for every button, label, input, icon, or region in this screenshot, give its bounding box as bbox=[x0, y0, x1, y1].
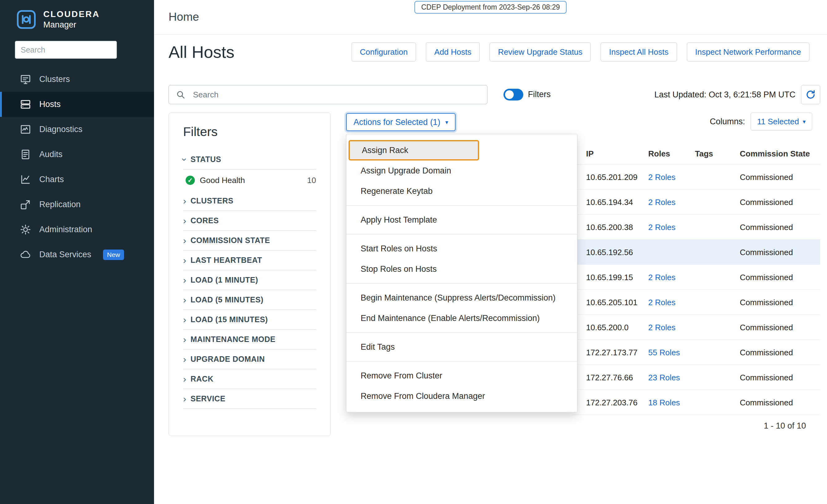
sidebar-item-charts[interactable]: Charts bbox=[0, 167, 154, 192]
hosts-icon bbox=[20, 99, 31, 110]
host-commission-state: Commissioned bbox=[740, 373, 793, 383]
sidebar-search-input[interactable] bbox=[15, 41, 117, 59]
host-roles-link[interactable]: 23 Roles bbox=[648, 373, 680, 383]
filters-toggle[interactable] bbox=[503, 89, 523, 100]
table-row-selected[interactable]: 10.65.192.56 Commissioned bbox=[572, 240, 820, 265]
host-ip: 172.27.203.76 bbox=[586, 398, 637, 408]
host-roles-link[interactable]: 55 Roles bbox=[648, 348, 680, 357]
host-commission-state: Commissioned bbox=[740, 248, 793, 257]
top-bar: Home CDEP Deployment from 2023-Sep-26 08… bbox=[154, 0, 827, 35]
table-row[interactable]: 10.65.201.209 2 Roles Commissioned bbox=[572, 164, 820, 190]
column-header-ip[interactable]: IP bbox=[586, 149, 594, 159]
page-title: All Hosts bbox=[168, 42, 234, 61]
host-commission-state: Commissioned bbox=[740, 298, 793, 307]
menu-item-apply-host-template[interactable]: Apply Host Template bbox=[346, 210, 577, 230]
column-header-tags[interactable]: Tags bbox=[695, 149, 713, 159]
sidebar-item-replication[interactable]: Replication bbox=[0, 192, 154, 217]
sidebar-item-hosts[interactable]: Hosts bbox=[0, 92, 154, 117]
filter-section-label: LAST HEARTBEAT bbox=[191, 256, 262, 265]
inspect-all-hosts-button[interactable]: Inspect All Hosts bbox=[600, 42, 677, 61]
sidebar-item-clusters[interactable]: Clusters bbox=[0, 67, 154, 92]
host-roles-link[interactable]: 2 Roles bbox=[648, 198, 675, 207]
host-ip: 172.27.76.66 bbox=[586, 373, 633, 383]
host-ip: 10.65.200.0 bbox=[586, 323, 628, 333]
host-ip: 10.65.192.56 bbox=[586, 248, 633, 257]
add-hosts-button[interactable]: Add Hosts bbox=[426, 42, 480, 61]
filter-section-label: MAINTENANCE MODE bbox=[191, 335, 276, 344]
filter-section-upgrade-domain[interactable]: › UPGRADE DOMAIN bbox=[183, 349, 316, 369]
refresh-button[interactable] bbox=[801, 85, 820, 104]
filter-section-rack[interactable]: › RACK bbox=[183, 369, 316, 389]
menu-item-end-maintenance[interactable]: End Maintenance (Enable Alerts/Recommiss… bbox=[346, 308, 577, 329]
host-ip: 10.65.205.101 bbox=[586, 298, 637, 307]
breadcrumb[interactable]: Home bbox=[168, 10, 199, 23]
sidebar-item-data-services[interactable]: Data Services New bbox=[0, 242, 154, 267]
filters-toggle-label[interactable]: Filters bbox=[528, 90, 551, 99]
menu-item-stop-roles-on-hosts[interactable]: Stop Roles on Hosts bbox=[346, 259, 577, 279]
filter-item-good-health[interactable]: ✓ Good Health 10 bbox=[183, 169, 316, 191]
filter-section-label: LOAD (15 MINUTES) bbox=[191, 315, 268, 324]
sidebar-item-label: Clusters bbox=[39, 74, 70, 84]
columns-selected-label: 11 Selected bbox=[757, 117, 799, 127]
menu-group: Apply Host Template bbox=[346, 205, 577, 234]
filter-section-cores[interactable]: › CORES bbox=[183, 211, 316, 231]
filter-section-last-heartbeat[interactable]: › LAST HEARTBEAT bbox=[183, 250, 316, 270]
column-header-commission-state[interactable]: Commission State bbox=[740, 149, 810, 159]
menu-item-remove-from-cluster[interactable]: Remove From Cluster bbox=[346, 365, 577, 386]
table-row[interactable]: 10.65.199.15 2 Roles Commissioned bbox=[572, 265, 820, 290]
filter-section-label: CLUSTERS bbox=[191, 196, 234, 205]
sidebar-item-administration[interactable]: Administration bbox=[0, 217, 154, 242]
brand: CLOUDERA Manager bbox=[0, 0, 154, 30]
columns-selected-button[interactable]: 11 Selected ▾ bbox=[750, 112, 812, 131]
review-upgrade-status-button[interactable]: Review Upgrade Status bbox=[490, 42, 591, 61]
menu-item-edit-tags[interactable]: Edit Tags bbox=[346, 337, 577, 357]
host-ip: 10.65.201.209 bbox=[586, 172, 637, 182]
host-roles-link[interactable]: 2 Roles bbox=[648, 273, 675, 282]
configuration-button[interactable]: Configuration bbox=[352, 42, 416, 61]
filter-section-load-5-minutes[interactable]: › LOAD (5 MINUTES) bbox=[183, 290, 316, 310]
sidebar-item-label: Charts bbox=[39, 175, 64, 184]
table-row[interactable]: 10.65.200.38 2 Roles Commissioned bbox=[572, 215, 820, 240]
filter-section-maintenance-mode[interactable]: › MAINTENANCE MODE bbox=[183, 330, 316, 349]
filter-item-label: Good Health bbox=[200, 175, 245, 185]
column-header-roles[interactable]: Roles bbox=[648, 149, 670, 159]
chevron-down-icon: › bbox=[180, 158, 189, 161]
menu-group: Start Roles on Hosts Stop Roles on Hosts bbox=[346, 234, 577, 283]
sidebar-item-label: Administration bbox=[39, 225, 92, 234]
menu-item-regenerate-keytab[interactable]: Regenerate Keytab bbox=[346, 181, 577, 201]
filter-section-load-15-minutes[interactable]: › LOAD (15 MINUTES) bbox=[183, 310, 316, 330]
host-roles-link[interactable]: 2 Roles bbox=[648, 172, 675, 182]
chevron-right-icon: › bbox=[183, 256, 186, 265]
table-row[interactable]: 10.65.205.101 2 Roles Commissioned bbox=[572, 290, 820, 315]
table-row[interactable]: 10.65.200.0 2 Roles Commissioned bbox=[572, 315, 820, 340]
host-ip: 10.65.199.15 bbox=[586, 273, 633, 282]
actions-for-selected-button[interactable]: Actions for Selected (1) ▾ bbox=[346, 113, 455, 131]
table-row[interactable]: 172.27.76.66 23 Roles Commissioned bbox=[572, 365, 820, 390]
host-roles-link[interactable]: 2 Roles bbox=[648, 298, 675, 307]
filter-section-commission-state[interactable]: › COMMISSION STATE bbox=[183, 231, 316, 250]
table-row[interactable]: 10.65.194.34 2 Roles Commissioned bbox=[572, 190, 820, 215]
menu-item-begin-maintenance[interactable]: Begin Maintenance (Suppress Alerts/Decom… bbox=[346, 288, 577, 308]
table-row[interactable]: 172.27.173.77 55 Roles Commissioned bbox=[572, 340, 820, 365]
host-search-input[interactable] bbox=[168, 85, 487, 104]
filter-section-service[interactable]: › SERVICE bbox=[183, 389, 316, 409]
sidebar-item-audits[interactable]: Audits bbox=[0, 142, 154, 167]
menu-item-remove-from-cloudera-manager[interactable]: Remove From Cloudera Manager bbox=[346, 386, 577, 406]
filter-section-status[interactable]: › STATUS bbox=[183, 150, 316, 169]
filter-section-label: LOAD (1 MINUTE) bbox=[191, 275, 258, 285]
menu-item-assign-upgrade-domain[interactable]: Assign Upgrade Domain bbox=[346, 160, 577, 181]
host-roles-link[interactable]: 18 Roles bbox=[648, 398, 680, 408]
data-services-icon bbox=[20, 249, 31, 260]
host-roles-link[interactable]: 2 Roles bbox=[648, 323, 675, 333]
filter-section-label: STATUS bbox=[191, 155, 221, 164]
sidebar-nav: Clusters Hosts Diagnostics Audits C bbox=[0, 67, 154, 267]
menu-item-start-roles-on-hosts[interactable]: Start Roles on Hosts bbox=[346, 238, 577, 259]
sidebar-item-diagnostics[interactable]: Diagnostics bbox=[0, 117, 154, 142]
host-roles-link[interactable]: 2 Roles bbox=[648, 222, 675, 232]
sidebar-item-label: Diagnostics bbox=[39, 124, 83, 134]
menu-item-assign-rack[interactable]: Assign Rack bbox=[348, 140, 479, 160]
filter-section-load-1-minute[interactable]: › LOAD (1 MINUTE) bbox=[183, 270, 316, 290]
table-row[interactable]: 172.27.203.76 18 Roles Commissioned bbox=[572, 390, 820, 415]
filter-section-clusters[interactable]: › CLUSTERS bbox=[183, 191, 316, 211]
inspect-network-performance-button[interactable]: Inspect Network Performance bbox=[687, 42, 809, 61]
